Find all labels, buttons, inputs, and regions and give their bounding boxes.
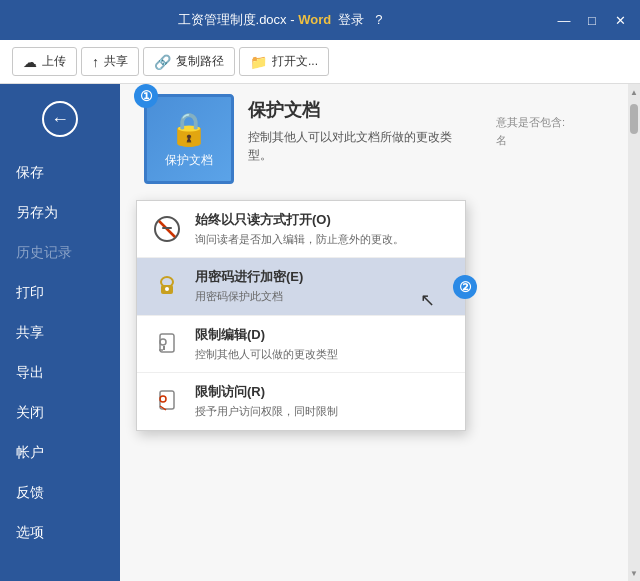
menu-item-readonly[interactable]: 始终以只读方式打开(O) 询问读者是否加入编辑，防止意外的更改。 [137,201,465,258]
encrypt-desc: 用密码保护此文档 [195,289,303,304]
sidebar-item-share[interactable]: 共享 [0,314,120,352]
maximize-button[interactable]: □ [580,8,604,32]
scrollbar-thumb[interactable] [630,104,638,134]
readonly-desc: 询问读者是否加入编辑，防止意外的更改。 [195,232,404,247]
protect-icon-container: 🔒 保护文档 ① [144,94,234,184]
toolbar: ☁ 上传 ↑ 共享 🔗 复制路径 📁 打开文... [0,40,640,84]
menu-item-restrict-edit[interactable]: 限制编辑(D) 控制其他人可以做的更改类型 [137,316,465,373]
link-icon: 🔗 [154,54,171,70]
restrict-access-title: 限制访问(R) [195,383,338,401]
login-btn[interactable]: 登录 [338,12,364,27]
readonly-icon [151,213,183,245]
badge-2: ② [453,275,477,299]
svg-point-5 [165,287,169,291]
svg-rect-10 [160,391,174,409]
sidebar: ← 保存 另存为 历史记录 打印 共享 导出 关闭 帐户 反馈 选项 [0,84,120,581]
sidebar-item-feedback[interactable]: 反馈 [0,474,120,512]
svg-point-11 [160,396,166,402]
encrypt-title: 用密码进行加密(E) [195,268,303,286]
restrict-edit-text: 限制编辑(D) 控制其他人可以做的更改类型 [195,326,338,362]
protect-section-description: 控制其他人可以对此文档所做的更改类型。 [248,128,468,164]
back-arrow-icon: ← [51,109,69,130]
filename-label: 工资管理制度.docx - [178,12,299,27]
restrict-edit-icon [151,328,183,360]
copy-path-button[interactable]: 🔗 复制路径 [143,47,235,76]
protect-section-header: 🔒 保护文档 ① 保护文档 控制其他人可以对此文档所做的更改类型。 [144,94,624,184]
sidebar-item-export[interactable]: 导出 [0,354,120,392]
open-file-label: 打开文... [272,53,318,70]
main-area: ← 保存 另存为 历史记录 打印 共享 导出 关闭 帐户 反馈 选项 意其是否包… [0,84,640,581]
scrollbar[interactable]: ▲ ▼ [628,84,640,581]
help-btn[interactable]: ? [375,12,382,27]
title-text: 工资管理制度.docx - Word 登录 ? [8,11,552,29]
app-name: Word [298,12,331,27]
restrict-edit-title: 限制编辑(D) [195,326,338,344]
restrict-edit-desc: 控制其他人可以做的更改类型 [195,347,338,362]
svg-point-7 [160,339,166,345]
encrypt-icon [151,270,183,302]
protect-document-button[interactable]: 🔒 保护文档 [144,94,234,184]
sidebar-item-options[interactable]: 选项 [0,514,120,552]
cursor-pointer-icon: ↖ [420,289,435,311]
sidebar-item-save[interactable]: 保存 [0,154,120,192]
share-icon: ↑ [92,54,99,70]
badge-1: ① [134,84,158,108]
content-area: 意其是否包含: 名 🔒 保护文档 ① 保护文档 控制其他人可以对此文档所做的更改… [120,84,640,581]
sidebar-item-print[interactable]: 打印 [0,274,120,312]
folder-icon: 📁 [250,54,267,70]
minimize-button[interactable]: — [552,8,576,32]
share-label: 共享 [104,53,128,70]
readonly-title: 始终以只读方式打开(O) [195,211,404,229]
upload-label: 上传 [42,53,66,70]
back-circle-icon: ← [42,101,78,137]
upload-icon: ☁ [23,54,37,70]
title-bar: 工资管理制度.docx - Word 登录 ? — □ ✕ [0,0,640,40]
scroll-up-button[interactable]: ▲ [628,84,640,100]
menu-item-restrict-access[interactable]: 限制访问(R) 授予用户访问权限，同时限制 [137,373,465,429]
lock-icon: 🔒 [169,110,209,148]
encrypt-text: 用密码进行加密(E) 用密码保护此文档 [195,268,303,304]
sidebar-item-history: 历史记录 [0,234,120,272]
restrict-access-icon [151,385,183,417]
scroll-down-button[interactable]: ▼ [628,565,640,581]
upload-button[interactable]: ☁ 上传 [12,47,77,76]
svg-rect-8 [163,346,165,350]
sidebar-item-close[interactable]: 关闭 [0,394,120,432]
sidebar-item-save-as[interactable]: 另存为 [0,194,120,232]
copy-path-label: 复制路径 [176,53,224,70]
protect-section-title: 保护文档 [248,98,468,122]
restrict-access-text: 限制访问(R) 授予用户访问权限，同时限制 [195,383,338,419]
menu-item-encrypt[interactable]: 用密码进行加密(E) 用密码保护此文档 ② ↖ [137,258,465,315]
info-panel: 🔒 保护文档 ① 保护文档 控制其他人可以对此文档所做的更改类型。 [136,94,624,431]
sidebar-item-account[interactable]: 帐户 [0,434,120,472]
open-file-button[interactable]: 📁 打开文... [239,47,329,76]
readonly-text: 始终以只读方式打开(O) 询问读者是否加入编辑，防止意外的更改。 [195,211,404,247]
protect-title-area: 保护文档 控制其他人可以对此文档所做的更改类型。 [248,94,468,164]
restrict-access-desc: 授予用户访问权限，同时限制 [195,404,338,419]
back-button[interactable]: ← [0,94,120,144]
close-button[interactable]: ✕ [608,8,632,32]
protect-doc-label: 保护文档 [165,152,213,169]
share-button[interactable]: ↑ 共享 [81,47,139,76]
protect-dropdown-menu: 始终以只读方式打开(O) 询问读者是否加入编辑，防止意外的更改。 [136,200,466,431]
window-controls: — □ ✕ [552,8,632,32]
svg-rect-2 [162,227,172,229]
